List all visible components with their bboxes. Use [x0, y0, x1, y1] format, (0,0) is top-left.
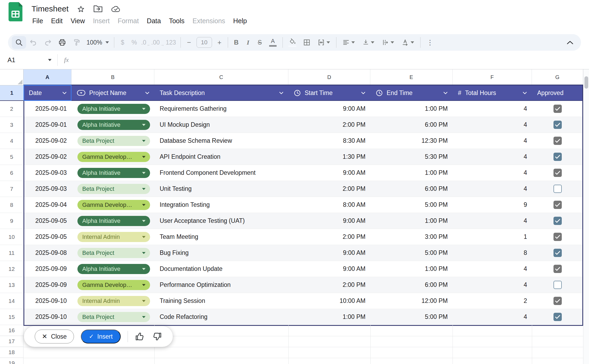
cell-approved[interactable] — [532, 277, 583, 293]
cell-project[interactable]: Alpha Initiative — [72, 261, 154, 277]
cell-approved[interactable] — [532, 261, 583, 277]
cell-task[interactable]: Integration Testing — [154, 197, 288, 213]
project-chip[interactable]: Alpha Initiative — [77, 216, 150, 226]
cell-start-time[interactable]: 2:00 PM — [288, 229, 370, 245]
cell-date[interactable]: 2025-09-03 — [23, 165, 72, 181]
project-chip[interactable]: Gamma Develop… — [77, 280, 150, 290]
cell-end-time[interactable]: 12:30 PM — [370, 133, 453, 149]
cell-project[interactable]: Gamma Develop… — [72, 277, 154, 293]
cell-date[interactable]: 2025-09-08 — [23, 245, 72, 261]
decrease-font-size-icon[interactable]: − — [183, 36, 195, 49]
cell-task[interactable]: API Endpoint Creation — [154, 149, 288, 165]
text-wrap-icon[interactable] — [378, 36, 398, 49]
menu-extensions[interactable]: Extensions — [189, 15, 229, 26]
zoom-control[interactable]: 100% — [84, 39, 112, 46]
project-chip[interactable]: Gamma Develop… — [77, 152, 150, 162]
increase-font-size-icon[interactable]: + — [214, 36, 225, 49]
row-header-1[interactable]: 1 — [0, 85, 23, 100]
increase-decimal-icon[interactable]: .00→ — [152, 36, 164, 49]
cell-project[interactable]: Internal Admin — [72, 229, 154, 245]
cell-task[interactable]: User Acceptance Testing (UAT) — [154, 213, 288, 229]
row-header-16[interactable]: 16 — [0, 325, 23, 336]
cell-start-time[interactable]: 8:00 AM — [288, 197, 370, 213]
row-header-10[interactable]: 10 — [0, 229, 23, 245]
menu-help[interactable]: Help — [229, 15, 251, 26]
checkbox-unchecked[interactable] — [553, 185, 562, 193]
cell-project[interactable]: Beta Project — [72, 181, 154, 197]
cell-project[interactable]: Alpha Initiative — [72, 213, 154, 229]
fill-color-icon[interactable] — [285, 36, 300, 49]
print-icon[interactable] — [55, 36, 69, 49]
menu-insert[interactable]: Insert — [89, 15, 114, 26]
cell-start-time[interactable]: 2:00 PM — [288, 277, 370, 293]
chevron-down-icon[interactable] — [142, 284, 146, 286]
cell-end-time[interactable]: 6:00 PM — [370, 181, 453, 197]
cell-approved[interactable] — [532, 197, 583, 213]
borders-icon[interactable] — [300, 36, 314, 49]
row-header-9[interactable]: 9 — [0, 213, 23, 229]
chevron-down-icon[interactable] — [142, 252, 146, 254]
filter-chevron-icon[interactable] — [279, 92, 284, 94]
row-header-11[interactable]: 11 — [0, 245, 23, 261]
filter-chevron-icon[interactable] — [443, 92, 448, 94]
cell-start-time[interactable]: 1:30 PM — [288, 149, 370, 165]
cell-total-hours[interactable]: 4 — [453, 101, 532, 117]
row-header-13[interactable]: 13 — [0, 277, 23, 293]
cell-end-time[interactable]: 5:00 PM — [370, 197, 453, 213]
cell-date[interactable]: 2025-09-10 — [23, 293, 72, 309]
text-rotation-icon[interactable] — [398, 36, 418, 49]
cell-date[interactable]: 2025-09-04 — [23, 197, 72, 213]
cell-end-time[interactable]: 1:00 PM — [370, 213, 453, 229]
italic-icon[interactable]: I — [242, 36, 254, 49]
cell-task[interactable]: Requirements Gathering — [154, 101, 288, 117]
cell-total-hours[interactable]: 4 — [453, 309, 532, 325]
cell-project[interactable]: Alpha Initiative — [72, 117, 154, 133]
header-cell-date[interactable]: Date — [23, 85, 72, 100]
cell-project[interactable]: Gamma Develop… — [72, 149, 154, 165]
cell-task[interactable]: Training Session — [154, 293, 288, 309]
project-chip[interactable]: Beta Project — [77, 136, 150, 146]
chevron-down-icon[interactable] — [142, 124, 146, 126]
column-header-a[interactable]: A — [23, 69, 72, 85]
cell-date[interactable]: 2025-09-09 — [23, 277, 72, 293]
column-header-c[interactable]: C — [154, 69, 288, 85]
column-header-f[interactable]: F — [453, 69, 532, 85]
chevron-down-icon[interactable] — [142, 220, 146, 222]
document-title[interactable]: Timesheet — [32, 4, 69, 13]
chevron-down-icon[interactable] — [142, 236, 146, 238]
project-chip[interactable]: Beta Project — [77, 184, 150, 194]
menu-edit[interactable]: Edit — [47, 15, 66, 26]
cell-date[interactable]: 2025-09-03 — [23, 181, 72, 197]
cell-approved[interactable] — [532, 213, 583, 229]
cloud-status-icon[interactable] — [111, 5, 121, 13]
header-cell-project-name[interactable]: Project Name — [72, 85, 154, 100]
cell-task[interactable]: UI Mockup Design — [154, 117, 288, 133]
move-folder-icon[interactable] — [93, 5, 103, 13]
bold-icon[interactable]: B — [230, 36, 242, 49]
row-header-3[interactable]: 3 — [0, 117, 23, 133]
row-header-5[interactable]: 5 — [0, 149, 23, 165]
project-chip[interactable]: Internal Admin — [77, 232, 150, 242]
search-icon[interactable] — [12, 36, 26, 49]
row-header-14[interactable]: 14 — [0, 293, 23, 309]
cell-total-hours[interactable]: 2 — [453, 293, 532, 309]
header-cell-start-time[interactable]: Start Time — [288, 85, 370, 100]
cell-date[interactable]: 2025-09-01 — [23, 101, 72, 117]
font-size-input[interactable]: 10 — [197, 37, 212, 48]
cell-approved[interactable] — [532, 181, 583, 197]
select-all-corner[interactable] — [0, 69, 23, 85]
cell-date[interactable]: 2025-09-10 — [23, 309, 72, 325]
cell-end-time[interactable]: 6:00 PM — [370, 117, 453, 133]
chevron-down-icon[interactable] — [142, 140, 146, 142]
checkbox-checked[interactable] — [553, 297, 562, 305]
cell-start-time[interactable]: 9:00 AM — [288, 245, 370, 261]
cell-approved[interactable] — [532, 309, 583, 325]
cell-date[interactable]: 2025-09-09 — [23, 261, 72, 277]
cell-total-hours[interactable]: 4 — [453, 149, 532, 165]
percent-format-icon[interactable]: % — [128, 36, 140, 49]
cell-total-hours[interactable]: 8 — [453, 245, 532, 261]
menu-tools[interactable]: Tools — [165, 15, 189, 26]
chevron-down-icon[interactable] — [142, 188, 146, 190]
column-header-g[interactable]: G — [532, 69, 583, 85]
cell-start-time[interactable]: 10:00 AM — [288, 293, 370, 309]
